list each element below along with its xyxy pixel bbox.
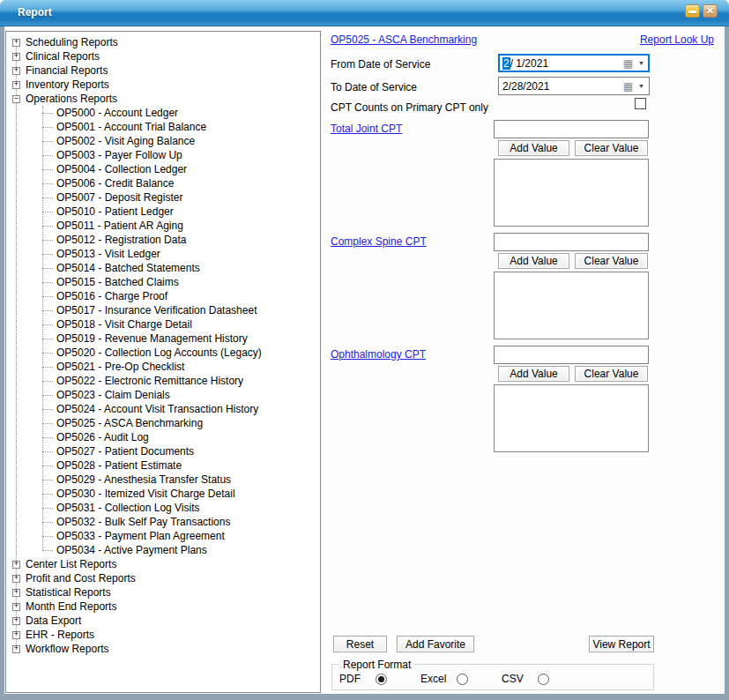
tree-item-label: OP5019 - Revenue Management History [56, 332, 248, 345]
tree-item[interactable]: + Month End Reports [6, 599, 320, 614]
tree-item[interactable]: OP5012 - Registration Data [6, 233, 320, 247]
cpt-value-input[interactable] [494, 233, 649, 251]
tree-expand-icon[interactable]: + [12, 561, 20, 569]
tree-item-label: OP5014 - Batched Statements [56, 262, 200, 274]
tree-item-label: OP5031 - Collection Log Visits [56, 502, 200, 514]
tree-expand-icon[interactable]: + [12, 67, 20, 75]
tree-item-label: OP5025 - ASCA Benchmarking [56, 417, 203, 429]
tree-item[interactable]: OP5020 - Collection Log Accounts (Legacy… [6, 346, 320, 360]
cpt-list-box[interactable] [494, 159, 649, 227]
tree-item[interactable]: OP5013 - Visit Ledger [6, 247, 320, 261]
tree-item-label: OP5011 - Patient AR Aging [56, 220, 183, 232]
tree-expand-icon[interactable]: + [12, 631, 20, 639]
view-report-button[interactable]: View Report [589, 636, 654, 652]
tree-item[interactable]: OP5023 - Claim Denials [6, 388, 320, 402]
tree-expand-icon[interactable]: + [12, 575, 20, 583]
tree-item-label: Clinical Reports [26, 50, 100, 63]
tree-item-label: OP5000 - Account Ledger [56, 107, 178, 119]
cpt-value-input[interactable] [494, 346, 649, 364]
tree-connector [42, 522, 53, 523]
tree-item[interactable]: OP5034 - Active Payment Plans [6, 543, 320, 557]
tree-connector [42, 240, 53, 241]
tree-expand-icon[interactable]: + [12, 603, 20, 611]
cpt-section: Ophthalmology CPT Add Value Clear Value [326, 342, 725, 454]
tree-item[interactable]: OP5025 - ASCA Benchmarking [6, 416, 320, 430]
cpt-section-link[interactable]: Total Joint CPT [331, 123, 402, 135]
tree-item[interactable]: OP5026 - Audit Log [6, 430, 320, 444]
tree-item[interactable]: OP5022 - Electronic Remittance History [6, 374, 320, 388]
tree-expand-icon[interactable]: + [12, 39, 20, 47]
tree-item[interactable]: OP5019 - Revenue Management History [6, 331, 320, 346]
tree-expand-icon[interactable]: + [12, 53, 20, 61]
tree-item[interactable]: OP5032 - Bulk Self Pay Transactions [6, 515, 320, 529]
tree-item[interactable]: OP5001 - Account Trial Balance [6, 120, 320, 134]
tree-item[interactable]: OP5004 - Collection Ledger [6, 162, 320, 176]
close-button[interactable]: ✕ [703, 4, 718, 18]
cpt-value-input[interactable] [494, 120, 649, 138]
tree-item-label: OP5021 - Pre-Op Checklist [56, 361, 184, 373]
tree-expand-icon[interactable]: + [12, 645, 20, 653]
title-bar[interactable]: Report ✕ [0, 0, 729, 26]
tree-item[interactable]: + Profit and Cost Reports [6, 571, 320, 585]
tree-item[interactable]: + Inventory Reports [6, 78, 320, 92]
tree-item[interactable]: OP5016 - Charge Proof [6, 289, 320, 303]
tree-item[interactable]: + Statistical Reports [6, 585, 320, 599]
tree-item[interactable]: OP5021 - Pre-Op Checklist [6, 360, 320, 374]
report-format-label: Report Format [339, 659, 414, 671]
tree-connector [42, 183, 53, 184]
tree-item[interactable]: OP5027 - Patient Documents [6, 444, 320, 458]
tree-item[interactable]: OP5031 - Collection Log Visits [6, 501, 320, 515]
cpt-list-box[interactable] [494, 384, 649, 452]
tree-item[interactable]: OP5000 - Account Ledger [6, 106, 320, 120]
tree-item[interactable]: OP5030 - Itemized Visit Charge Detail [6, 487, 320, 501]
add-value-button[interactable]: Add Value [498, 140, 569, 156]
tree-connector [42, 254, 53, 255]
tree-item-label: OP5006 - Credit Balance [56, 177, 174, 190]
format-radio-button[interactable] [538, 674, 549, 685]
cpt-section-link[interactable]: Complex Spine CPT [331, 235, 427, 248]
tree-item[interactable]: − Operations Reports [6, 92, 320, 106]
tree-item-label: OP5010 - Patient Ledger [56, 205, 174, 218]
tree-item-label: Center List Reports [26, 558, 116, 570]
tree-item[interactable]: OP5015 - Batched Claims [6, 275, 320, 289]
cpt-list-box[interactable] [494, 272, 649, 339]
format-radio-button[interactable] [376, 674, 387, 685]
tree-item[interactable]: OP5029 - Anesthesia Transfer Status [6, 473, 320, 487]
tree-item[interactable]: + Data Export [6, 614, 320, 628]
tree-item[interactable]: OP5028 - Patient Estimate [6, 458, 320, 473]
tree-item-label: OP5032 - Bulk Self Pay Transactions [56, 516, 230, 528]
tree-item[interactable]: OP5018 - Visit Charge Detail [6, 317, 320, 331]
tree-item[interactable]: OP5010 - Patient Ledger [6, 205, 320, 219]
tree-item[interactable]: OP5014 - Batched Statements [6, 261, 320, 275]
clear-value-button[interactable]: Clear Value [575, 140, 648, 156]
tree-item[interactable]: + Financial Reports [6, 63, 320, 78]
tree-item[interactable]: OP5002 - Visit Aging Balance [6, 134, 320, 148]
tree-item-label: OP5028 - Patient Estimate [56, 459, 182, 472]
tree-item[interactable]: OP5017 - Insurance Verification Datashee… [6, 303, 320, 317]
tree-expand-icon[interactable]: + [12, 617, 20, 625]
add-favorite-button[interactable]: Add Favorite [397, 636, 474, 652]
tree-item[interactable]: + Clinical Reports [6, 49, 320, 63]
tree-item[interactable]: OP5011 - Patient AR Aging [6, 219, 320, 233]
tree-item[interactable]: OP5003 - Payer Follow Up [6, 148, 320, 162]
cpt-section-link[interactable]: Ophthalmology CPT [331, 348, 426, 361]
format-radio-button[interactable] [457, 674, 468, 685]
clear-value-button[interactable]: Clear Value [575, 253, 648, 269]
tree-item[interactable]: + Workflow Reports [6, 642, 320, 656]
tree-item[interactable]: + EHR - Reports [6, 628, 320, 642]
report-tree-panel[interactable]: + Scheduling Reports + Clinical Reports … [5, 31, 321, 693]
tree-item[interactable]: OP5006 - Credit Balance [6, 176, 320, 190]
add-value-button[interactable]: Add Value [498, 366, 569, 382]
minimize-button[interactable] [685, 4, 700, 18]
tree-item[interactable]: OP5007 - Deposit Register [6, 190, 320, 205]
add-value-button[interactable]: Add Value [498, 253, 569, 269]
tree-item[interactable]: + Scheduling Reports [6, 35, 320, 49]
clear-value-button[interactable]: Clear Value [575, 366, 648, 382]
tree-expand-icon[interactable]: + [12, 589, 20, 597]
tree-item[interactable]: OP5033 - Payment Plan Agreement [6, 529, 320, 543]
tree-item[interactable]: OP5024 - Account Visit Transaction Histo… [6, 402, 320, 416]
tree-expand-icon[interactable]: + [12, 81, 20, 89]
reset-button[interactable]: Reset [333, 636, 387, 652]
tree-item[interactable]: + Center List Reports [6, 557, 320, 571]
tree-expand-icon[interactable]: − [12, 95, 20, 103]
